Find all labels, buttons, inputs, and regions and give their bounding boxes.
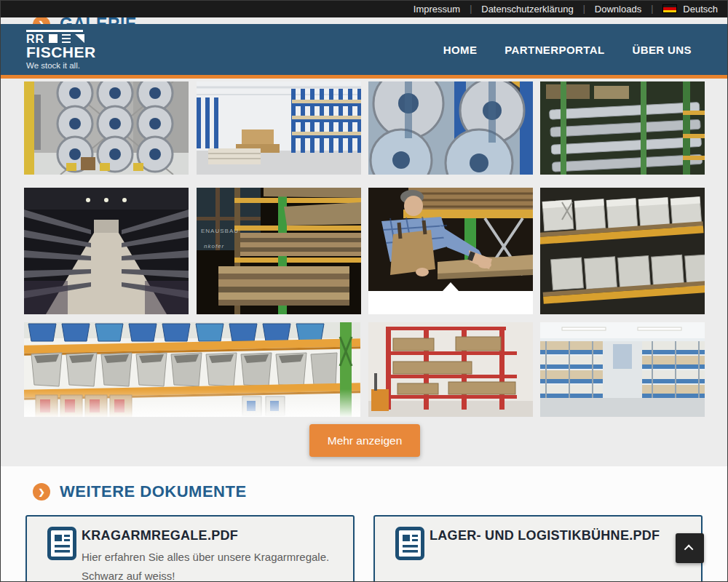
photo-illustration: [197, 81, 361, 175]
link-datenschutz[interactable]: Datenschutzerklärung: [481, 4, 573, 15]
link-downloads[interactable]: Downloads: [595, 4, 641, 15]
document-description: Hier erfahren Sie alles über unsere Krag…: [82, 548, 339, 582]
photo-illustration: [368, 81, 533, 175]
document-card-logistikbuehne[interactable]: LAGER- UND LOGISTIKBÜHNE.PDF: [373, 515, 703, 582]
photo-illustration: [540, 188, 705, 314]
gallery-photo-cantilever-hall[interactable]: [197, 81, 361, 175]
photo-text: ENAUSBAU: [201, 228, 239, 234]
photo-illustration: [197, 188, 361, 314]
company-logo[interactable]: RR FISCHER We stock it all.: [26, 30, 92, 70]
document-icon: [47, 526, 77, 561]
nav-ueber-uns[interactable]: ÜBER UNS: [632, 44, 692, 56]
main-nav: HOME PARTNERPORTAL ÜBER UNS: [443, 44, 692, 56]
show-more-button[interactable]: Mehr anzeigen: [309, 424, 420, 457]
photo-illustration: [540, 322, 705, 417]
photo-illustration: [368, 322, 533, 417]
utility-bar: Impressum | Datenschutzerklärung | Downl…: [0, 0, 728, 17]
nav-home[interactable]: HOME: [443, 44, 478, 56]
logo-rule: [26, 30, 83, 32]
photo-text: nkofer: [204, 243, 224, 250]
separator: |: [651, 4, 653, 14]
photo-illustration: [24, 322, 360, 417]
gallery-photo-red-cantilever[interactable]: [368, 322, 533, 417]
logo-name-text: FISCHER: [26, 44, 92, 61]
german-flag-icon: [662, 4, 677, 13]
logo-triangle-icon: [75, 34, 84, 43]
chevron-right-icon: ❯: [33, 483, 50, 501]
document-card-kragarmregale[interactable]: KRAGARMREGALE.PDF Hier erfahren Sie alle…: [25, 515, 355, 582]
photo-illustration: [540, 81, 705, 175]
gallery-photo-worker-timber[interactable]: [368, 188, 533, 314]
separator: |: [583, 4, 585, 14]
logo-tagline: We stock it all.: [26, 61, 92, 70]
photo-illustration: [368, 188, 533, 314]
gallery-photo-steel-coils[interactable]: [368, 81, 533, 175]
gallery-photo-profiles-rack[interactable]: [540, 81, 705, 175]
document-title: KRAGARMREGALE.PDF: [82, 528, 339, 543]
document-icon: [395, 526, 425, 561]
gallery-photo-dark-aisle[interactable]: [24, 188, 189, 314]
language-selector[interactable]: Deutsch: [662, 4, 718, 15]
gallery-photo-storage-bins[interactable]: [24, 322, 360, 417]
language-label[interactable]: Deutsch: [683, 4, 718, 15]
documents-heading: ❯ WEITERE DOKUMENTE: [33, 482, 247, 501]
site-header: RR FISCHER We stock it all. HOME PARTNER…: [0, 24, 728, 79]
gallery-photo-timber-rack[interactable]: ENAUSBAU nkofer: [197, 188, 361, 314]
gallery-photo-logistics-aisle[interactable]: [540, 322, 705, 417]
scroll-to-top-button[interactable]: [676, 533, 704, 563]
documents-title: WEITERE DOKUMENTE: [60, 482, 247, 501]
photo-illustration: [24, 188, 189, 314]
document-title: LAGER- UND LOGISTIKBÜHNE.PDF: [430, 528, 687, 543]
nav-partnerportal[interactable]: PARTNERPORTAL: [505, 44, 604, 56]
link-impressum[interactable]: Impressum: [414, 4, 460, 15]
photo-illustration: [24, 81, 189, 175]
logo-square-icon: [49, 34, 58, 43]
documents-section: ❯ WEITERE DOKUMENTE KRAGARMREGALE.PDF Hi…: [0, 466, 728, 582]
gallery-photo-boxes-cantilever[interactable]: [540, 188, 705, 314]
separator: |: [470, 4, 472, 14]
logo-rr-text: RR: [26, 34, 44, 44]
gallery-photo-coil-storage-rack[interactable]: [24, 81, 189, 175]
chevron-up-icon: [684, 545, 694, 554]
logo-bars-icon: [62, 34, 71, 43]
